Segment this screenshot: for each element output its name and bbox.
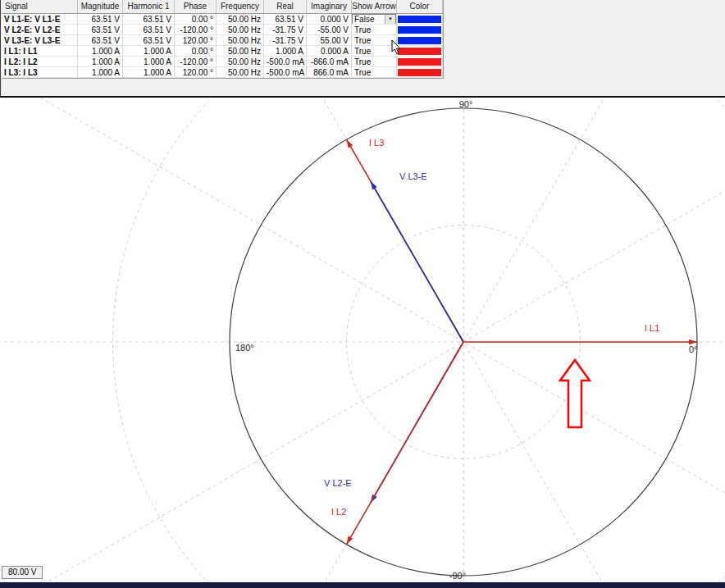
- column-header-magnitude[interactable]: Magnitude: [78, 0, 123, 13]
- table-row[interactable]: I L1: I L11.000 A1.000 A0.00 °50.00 Hz1.…: [2, 46, 443, 57]
- imaginary-cell[interactable]: 0.000 A: [307, 46, 352, 57]
- magnitude-cell[interactable]: 63.51 V: [78, 35, 123, 46]
- table-row[interactable]: V L2-E: V L2-E63.51 V63.51 V-120.00 °50.…: [2, 25, 443, 35]
- signal-cell[interactable]: I L1: I L1: [2, 46, 78, 57]
- imaginary-cell[interactable]: 866.0 mA: [307, 67, 352, 78]
- phasor-arrowhead: [347, 139, 353, 148]
- phase-cell[interactable]: 120.00 °: [175, 35, 217, 46]
- show-arrow-cell[interactable]: True: [352, 46, 397, 57]
- signal-cell[interactable]: V L3-E: V L3-E: [2, 35, 78, 46]
- imaginary-cell[interactable]: -55.00 V: [307, 25, 352, 35]
- magnitude-cell[interactable]: 1.000 A: [78, 46, 123, 57]
- signal-cell[interactable]: I L2: I L2: [2, 57, 78, 67]
- angle-label: 0°: [689, 344, 698, 354]
- show-arrow-value: False: [353, 15, 385, 24]
- signal-table: SignalMagnitudeHarmonic 1PhaseFrequencyR…: [2, 0, 444, 79]
- signal-cell[interactable]: V L2-E: V L2-E: [2, 25, 78, 35]
- phasor-label: V L3-E: [399, 171, 427, 181]
- phasor-diagram: 90°180°0°-90°I L3V L3-EI L1V L2-EI L2 80…: [0, 98, 725, 582]
- harmonic-1-cell[interactable]: 1.000 A: [123, 57, 175, 67]
- phasor-arrowhead: [371, 181, 377, 189]
- phase-cell[interactable]: -120.00 °: [175, 57, 217, 67]
- real-cell[interactable]: 1.000 A: [264, 46, 307, 57]
- color-swatch: [398, 16, 441, 23]
- real-cell[interactable]: -31.75 V: [264, 25, 307, 35]
- frequency-cell[interactable]: 50.00 Hz: [217, 57, 264, 67]
- column-header-phase[interactable]: Phase: [175, 0, 217, 13]
- show-arrow-cell[interactable]: True: [352, 57, 397, 67]
- harmonic-1-cell[interactable]: 63.51 V: [123, 25, 175, 35]
- column-header-harmonic-1[interactable]: Harmonic 1: [123, 0, 175, 13]
- color-cell[interactable]: [397, 57, 443, 67]
- color-swatch: [398, 69, 441, 76]
- phase-cell[interactable]: 0.00 °: [175, 46, 217, 57]
- angle-label: 180°: [235, 343, 254, 353]
- magnitude-cell[interactable]: 1.000 A: [78, 57, 123, 67]
- color-cell[interactable]: [397, 35, 443, 46]
- phasor-label: I L2: [331, 507, 346, 517]
- imaginary-cell[interactable]: 0.000 V: [307, 14, 352, 25]
- real-cell[interactable]: -31.75 V: [264, 35, 307, 46]
- color-cell[interactable]: [397, 67, 443, 78]
- phasor-vector-v-l3-e: [371, 181, 463, 342]
- phasor-arrowhead: [347, 536, 353, 545]
- dropdown-arrow-icon[interactable]: ▼: [385, 15, 395, 24]
- angle-label: 90°: [459, 99, 473, 109]
- signal-cell[interactable]: I L3: I L3: [2, 67, 78, 78]
- harmonic-1-cell[interactable]: 63.51 V: [123, 14, 175, 25]
- show-arrow-cell[interactable]: True: [352, 25, 397, 35]
- scale-range-box[interactable]: 80.00 V: [2, 566, 43, 579]
- table-row[interactable]: I L2: I L21.000 A1.000 A-120.00 °50.00 H…: [2, 57, 443, 67]
- phasor-label: V L2-E: [324, 478, 352, 488]
- table-row[interactable]: I L3: I L31.000 A1.000 A120.00 °50.00 Hz…: [2, 67, 443, 78]
- imaginary-cell[interactable]: 55.00 V: [307, 35, 352, 46]
- frequency-cell[interactable]: 50.00 Hz: [217, 35, 264, 46]
- color-swatch: [398, 37, 441, 44]
- color-swatch: [398, 26, 441, 34]
- color-cell[interactable]: [397, 46, 443, 57]
- table-row[interactable]: V L3-E: V L3-E63.51 V63.51 V120.00 °50.0…: [2, 35, 443, 46]
- table-header-row: SignalMagnitudeHarmonic 1PhaseFrequencyR…: [2, 0, 443, 14]
- column-header-signal[interactable]: Signal: [2, 0, 78, 13]
- color-cell[interactable]: [397, 25, 443, 35]
- table-row[interactable]: V L1-E: V L1-E63.51 V63.51 V0.00 °50.00 …: [2, 14, 443, 25]
- show-arrow-cell[interactable]: False▼: [352, 14, 397, 25]
- show-arrow-cell[interactable]: True: [352, 67, 397, 78]
- column-header-frequency[interactable]: Frequency: [217, 0, 264, 13]
- magnitude-cell[interactable]: 1.000 A: [78, 67, 123, 78]
- color-cell[interactable]: [397, 14, 443, 25]
- phase-cell[interactable]: 120.00 °: [175, 67, 217, 78]
- show-arrow-dropdown[interactable]: False▼: [352, 14, 396, 25]
- phase-cell[interactable]: -120.00 °: [175, 25, 217, 35]
- annotation-up-arrow: [560, 360, 590, 427]
- real-cell[interactable]: 63.51 V: [264, 14, 307, 25]
- real-cell[interactable]: -500.0 mA: [264, 67, 307, 78]
- frequency-cell[interactable]: 50.00 Hz: [217, 25, 264, 35]
- magnitude-cell[interactable]: 63.51 V: [78, 25, 123, 35]
- phasor-vector-i-l2: [347, 342, 464, 545]
- imaginary-cell[interactable]: -866.0 mA: [307, 57, 352, 67]
- phasor-label: I L1: [645, 323, 659, 333]
- angle-label: -90°: [449, 571, 466, 581]
- harmonic-1-cell[interactable]: 1.000 A: [123, 46, 175, 57]
- column-header-real[interactable]: Real: [264, 0, 307, 13]
- color-swatch: [398, 58, 441, 66]
- real-cell[interactable]: -500.0 mA: [264, 57, 307, 67]
- column-header-imaginary[interactable]: Imaginary: [307, 0, 352, 13]
- frequency-cell[interactable]: 50.00 Hz: [217, 67, 264, 78]
- signal-cell[interactable]: V L1-E: V L1-E: [2, 14, 78, 25]
- frequency-cell[interactable]: 50.00 Hz: [217, 46, 264, 57]
- column-header-color[interactable]: Color: [397, 0, 443, 13]
- bottom-window-edge: [0, 582, 725, 588]
- mouse-cursor-icon: [391, 39, 402, 55]
- frequency-cell[interactable]: 50.00 Hz: [217, 14, 264, 25]
- show-arrow-cell[interactable]: True: [352, 35, 397, 46]
- magnitude-cell[interactable]: 63.51 V: [78, 14, 123, 25]
- harmonic-1-cell[interactable]: 1.000 A: [123, 67, 175, 78]
- phasor-label: I L3: [369, 138, 384, 148]
- column-header-show-arrow[interactable]: Show Arrow: [352, 0, 397, 13]
- signal-table-body: V L1-E: V L1-E63.51 V63.51 V0.00 °50.00 …: [2, 14, 443, 78]
- scale-range-label: 80.00 V: [8, 567, 36, 577]
- harmonic-1-cell[interactable]: 63.51 V: [123, 35, 175, 46]
- phase-cell[interactable]: 0.00 °: [175, 14, 217, 25]
